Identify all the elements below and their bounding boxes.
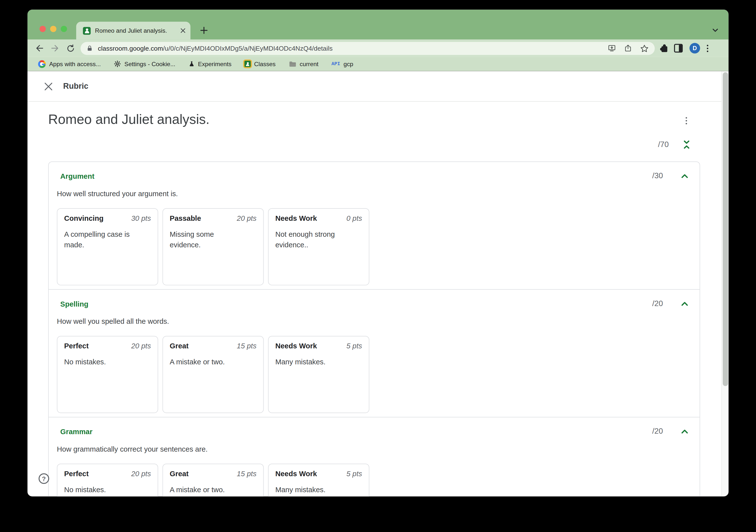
api-icon: API [332,61,340,66]
page-scrollbar[interactable] [721,71,728,496]
criterion-card[interactable]: Convincing30 pts A compelling case is ma… [57,208,158,285]
screenshot-stage: Romeo and Juliet analysis. [0,0,756,532]
header-divider [28,101,729,102]
rubric-overflow-menu-icon[interactable] [682,117,690,126]
section-points: /30 [652,172,663,180]
close-rubric-icon[interactable] [39,77,58,96]
criterion-card[interactable]: Perfect20 pts No mistakes. [57,336,158,413]
extensions-puzzle-icon[interactable] [662,46,667,52]
google-g-icon [38,60,46,67]
section-argument: Argument /30 How well structured your ar… [49,162,700,289]
bookmark-current[interactable]: current [288,61,318,67]
lock-icon [86,44,93,52]
total-points: /70 [658,140,669,149]
new-tab-button[interactable] [197,24,211,37]
criterion-card[interactable]: Perfect20 pts No mistakes. [57,464,158,496]
rubric-page: Rubric Romeo and Juliet analysis. /70 Ar… [28,71,729,496]
rubric-container: Argument /30 How well structured your ar… [48,162,700,496]
bookmarks-bar: Apps with access... Settings - Cookie...… [28,57,729,71]
section-spelling: Spelling /20 How well you spelled all th… [49,289,700,417]
scrollbar-thumb[interactable] [723,72,728,386]
tab-strip: Romeo and Juliet analysis. [28,10,729,40]
criterion-card[interactable]: Great15 pts A mistake or two. [163,464,264,496]
browser-menu-icon[interactable] [707,44,708,52]
gear-icon [114,60,121,67]
section-points: /20 [652,427,663,436]
url-text: classroom.google.com/u/0/c/NjEyMDI4ODIxM… [98,44,603,52]
collapse-all-icon[interactable] [681,139,692,150]
criterion-card[interactable]: Needs Work5 pts Many mistakes. [268,336,369,413]
rubric-header: Rubric [28,71,729,101]
assignment-title: Romeo and Juliet analysis. [48,112,209,127]
criterion-card[interactable]: Great15 pts A mistake or two. [163,336,264,413]
bookmark-classes[interactable]: Classes [244,61,276,67]
share-icon[interactable] [624,44,632,52]
section-name: Spelling [60,300,88,307]
forward-button[interactable] [49,42,61,55]
help-icon[interactable]: ? [39,473,49,484]
browser-window: Romeo and Juliet analysis. [28,10,729,496]
criterion-card[interactable]: Passable20 pts Missing some evidence. [163,208,264,285]
chevron-up-icon[interactable] [679,426,690,437]
profile-avatar[interactable]: D [689,43,700,53]
bookmark-settings-cookie[interactable]: Settings - Cookie... [114,60,176,67]
chevron-up-icon[interactable] [679,299,690,309]
classroom-favicon-icon [83,27,91,35]
section-description: How well structured your argument is. [57,190,688,198]
section-grammar: Grammar /20 How grammatically correct yo… [49,417,700,496]
tab-list-chevron-icon[interactable] [709,24,721,36]
section-description: How well you spelled all the words. [57,318,688,325]
rubric-header-title: Rubric [63,81,88,91]
bookmark-star-icon[interactable] [640,43,649,53]
flask-icon [188,60,195,67]
install-app-icon[interactable] [608,44,616,52]
tab-close-icon[interactable] [180,28,186,34]
side-panel-icon[interactable] [674,44,683,52]
bookmark-experiments[interactable]: Experiments [188,60,231,67]
section-description: How grammatically correct your sentences… [57,445,688,453]
window-controls [40,26,67,32]
minimize-window-button[interactable] [50,26,56,32]
criterion-card[interactable]: Needs Work5 pts Many mistakes. [268,464,369,496]
bookmark-gcp[interactable]: API gcp [332,61,353,67]
close-window-button[interactable] [40,26,46,32]
folder-icon [288,61,296,67]
url-bar[interactable]: classroom.google.com/u/0/c/NjEyMDI4ODIxM… [80,42,655,55]
section-name: Grammar [60,427,93,436]
browser-toolbar: classroom.google.com/u/0/c/NjEyMDI4ODIxM… [28,40,729,57]
reload-button[interactable] [64,42,77,55]
section-points: /20 [652,299,663,308]
browser-tab[interactable]: Romeo and Juliet analysis. [76,22,191,40]
fullscreen-window-button[interactable] [61,26,67,32]
back-button[interactable] [33,42,46,55]
classroom-icon [244,61,251,67]
tab-title: Romeo and Juliet analysis. [95,27,180,34]
chevron-up-icon[interactable] [679,171,690,181]
section-name: Argument [60,172,94,180]
bookmark-apps-with-access[interactable]: Apps with access... [38,60,101,67]
criterion-card[interactable]: Needs Work0 pts Not enough strong eviden… [268,208,369,285]
